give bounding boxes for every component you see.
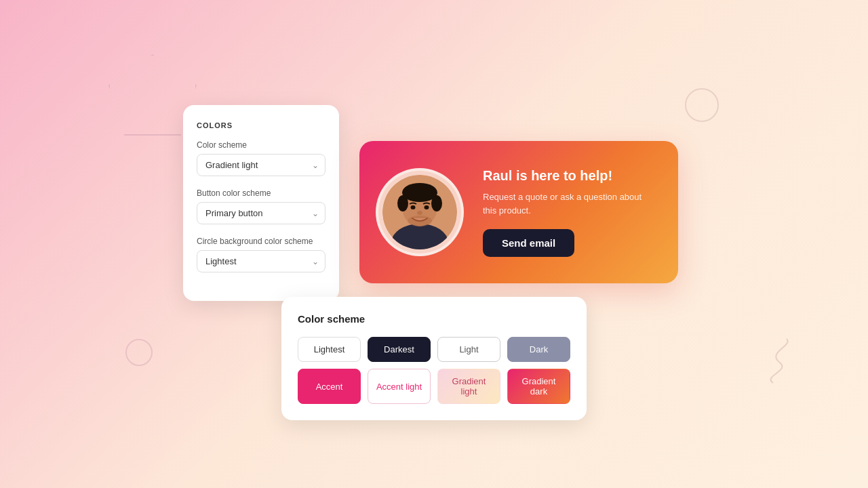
colors-panel: COLORS Color scheme Gradient light Darke… (183, 105, 339, 301)
svg-point-8 (425, 205, 429, 209)
button-color-label: Button color scheme (197, 188, 326, 198)
colors-panel-title: COLORS (197, 121, 326, 129)
scheme-option-gradient-light[interactable]: Gradient light (437, 369, 500, 404)
button-color-select[interactable]: Primary button Secondary button (197, 202, 326, 224)
svg-point-6 (431, 195, 442, 211)
decorative-squiggle (753, 332, 800, 386)
hero-text-block: Raul is here to help! Request a quote or… (483, 167, 656, 257)
decorative-circle-top (685, 88, 719, 122)
circle-bg-select[interactable]: Lightest Light Dark Darkest (197, 250, 326, 272)
circle-bg-label: Circle background color scheme (197, 237, 326, 246)
color-scheme-grid: Lightest Darkest Light Dark Accent Accen… (298, 337, 570, 404)
color-scheme-select[interactable]: Gradient light Darkest Light Dark Accent… (197, 154, 326, 176)
svg-point-9 (417, 211, 422, 215)
send-email-button[interactable]: Send email (483, 229, 574, 257)
decorative-circle-bottom-left (125, 339, 153, 366)
avatar-image (382, 175, 457, 249)
circle-bg-wrapper: Lightest Light Dark Darkest ⌄ (197, 250, 326, 272)
scheme-option-accent-light[interactable]: Accent light (368, 369, 431, 404)
color-scheme-wrapper: Gradient light Darkest Light Dark Accent… (197, 154, 326, 176)
scheme-option-lightest[interactable]: Lightest (298, 337, 361, 362)
scheme-option-gradient-dark[interactable]: Gradient dark (507, 369, 570, 404)
color-scheme-panel-title: Color scheme (298, 313, 570, 325)
color-scheme-panel: Color scheme Lightest Darkest Light Dark… (281, 297, 587, 420)
svg-point-7 (411, 205, 416, 209)
scheme-option-accent[interactable]: Accent (298, 369, 361, 404)
hero-card: Raul is here to help! Request a quote or… (359, 141, 678, 283)
svg-point-10 (408, 216, 432, 226)
scheme-option-darkest[interactable]: Darkest (368, 337, 431, 362)
avatar (376, 168, 464, 256)
button-color-wrapper: Primary button Secondary button ⌄ (197, 202, 326, 224)
svg-point-5 (397, 195, 408, 211)
color-scheme-label: Color scheme (197, 140, 326, 150)
scheme-option-light[interactable]: Light (437, 337, 500, 362)
hero-description: Request a quote or ask a question about … (483, 190, 656, 217)
hero-title: Raul is here to help! (483, 167, 656, 184)
scheme-option-dark[interactable]: Dark (507, 337, 570, 362)
